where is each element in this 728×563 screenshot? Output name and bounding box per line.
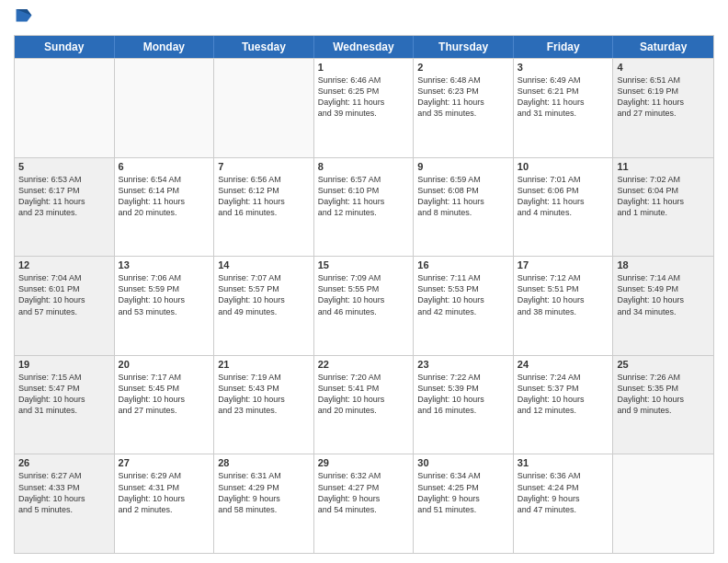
calendar-body: 1Sunrise: 6:46 AM Sunset: 6:25 PM Daylig… (15, 58, 713, 553)
day-info: Sunrise: 6:49 AM Sunset: 6:21 PM Dayligh… (518, 75, 609, 120)
logo-icon (16, 9, 32, 29)
day-number: 13 (119, 259, 210, 270)
day-info: Sunrise: 7:14 AM Sunset: 5:49 PM Dayligh… (617, 272, 710, 317)
day-info: Sunrise: 7:09 AM Sunset: 5:55 PM Dayligh… (318, 272, 410, 317)
header-day-friday: Friday (514, 36, 614, 58)
day-number: 26 (18, 457, 110, 468)
day-info: Sunrise: 6:51 AM Sunset: 6:19 PM Dayligh… (617, 75, 710, 120)
day-cell-8: 8Sunrise: 6:57 AM Sunset: 6:10 PM Daylig… (314, 158, 415, 257)
day-number: 14 (218, 259, 310, 270)
calendar-row-1: 1Sunrise: 6:46 AM Sunset: 6:25 PM Daylig… (15, 58, 713, 157)
day-number: 31 (518, 457, 609, 468)
day-cell-16: 16Sunrise: 7:11 AM Sunset: 5:53 PM Dayli… (414, 257, 514, 355)
day-number: 12 (18, 259, 110, 270)
calendar-row-3: 12Sunrise: 7:04 AM Sunset: 6:01 PM Dayli… (15, 256, 713, 355)
day-info: Sunrise: 6:56 AM Sunset: 6:12 PM Dayligh… (218, 174, 310, 219)
day-info: Sunrise: 6:54 AM Sunset: 6:14 PM Dayligh… (119, 174, 210, 219)
day-number: 4 (617, 62, 710, 73)
day-cell-3: 3Sunrise: 6:49 AM Sunset: 6:21 PM Daylig… (514, 59, 614, 157)
day-cell-2: 2Sunrise: 6:48 AM Sunset: 6:23 PM Daylig… (414, 59, 514, 157)
day-number: 7 (218, 161, 310, 172)
day-info: Sunrise: 6:31 AM Sunset: 4:29 PM Dayligh… (218, 470, 310, 515)
day-info: Sunrise: 7:24 AM Sunset: 5:37 PM Dayligh… (518, 372, 609, 417)
day-info: Sunrise: 7:17 AM Sunset: 5:45 PM Dayligh… (119, 372, 210, 417)
day-info: Sunrise: 6:57 AM Sunset: 6:10 PM Dayligh… (318, 174, 410, 219)
empty-cell (214, 59, 314, 157)
header-day-thursday: Thursday (414, 36, 514, 58)
day-cell-17: 17Sunrise: 7:12 AM Sunset: 5:51 PM Dayli… (514, 257, 614, 355)
day-cell-12: 12Sunrise: 7:04 AM Sunset: 6:01 PM Dayli… (15, 257, 115, 355)
day-cell-5: 5Sunrise: 6:53 AM Sunset: 6:17 PM Daylig… (15, 158, 115, 257)
day-cell-10: 10Sunrise: 7:01 AM Sunset: 6:06 PM Dayli… (514, 158, 614, 257)
day-info: Sunrise: 7:04 AM Sunset: 6:01 PM Dayligh… (18, 272, 110, 317)
day-info: Sunrise: 6:53 AM Sunset: 6:17 PM Dayligh… (18, 174, 110, 219)
day-cell-11: 11Sunrise: 7:02 AM Sunset: 6:04 PM Dayli… (613, 158, 713, 257)
day-info: Sunrise: 6:48 AM Sunset: 6:23 PM Dayligh… (417, 75, 509, 120)
day-number: 20 (119, 359, 210, 370)
calendar: SundayMondayTuesdayWednesdayThursdayFrid… (14, 35, 714, 554)
day-cell-7: 7Sunrise: 6:56 AM Sunset: 6:12 PM Daylig… (214, 158, 314, 257)
day-info: Sunrise: 7:22 AM Sunset: 5:39 PM Dayligh… (417, 372, 509, 417)
day-cell-30: 30Sunrise: 6:34 AM Sunset: 4:25 PM Dayli… (414, 454, 514, 553)
day-number: 17 (518, 259, 609, 270)
header (14, 9, 714, 29)
calendar-row-4: 19Sunrise: 7:15 AM Sunset: 5:47 PM Dayli… (15, 355, 713, 454)
header-day-monday: Monday (115, 36, 215, 58)
day-number: 18 (617, 259, 710, 270)
day-number: 16 (417, 259, 509, 270)
day-number: 8 (318, 161, 410, 172)
day-number: 6 (119, 161, 210, 172)
day-info: Sunrise: 6:34 AM Sunset: 4:25 PM Dayligh… (417, 470, 509, 515)
day-info: Sunrise: 7:01 AM Sunset: 6:06 PM Dayligh… (518, 174, 609, 219)
day-number: 1 (318, 62, 410, 73)
day-cell-6: 6Sunrise: 6:54 AM Sunset: 6:14 PM Daylig… (115, 158, 215, 257)
header-day-tuesday: Tuesday (214, 36, 314, 58)
header-day-saturday: Saturday (613, 36, 713, 58)
day-number: 9 (417, 161, 509, 172)
day-cell-1: 1Sunrise: 6:46 AM Sunset: 6:25 PM Daylig… (314, 59, 415, 157)
day-number: 10 (518, 161, 609, 172)
day-cell-31: 31Sunrise: 6:36 AM Sunset: 4:24 PM Dayli… (514, 454, 614, 553)
day-number: 30 (417, 457, 509, 468)
day-number: 21 (218, 359, 310, 370)
day-info: Sunrise: 7:26 AM Sunset: 5:35 PM Dayligh… (617, 372, 710, 417)
day-info: Sunrise: 7:11 AM Sunset: 5:53 PM Dayligh… (417, 272, 509, 317)
day-number: 5 (18, 161, 110, 172)
day-info: Sunrise: 6:27 AM Sunset: 4:33 PM Dayligh… (18, 470, 110, 515)
calendar-row-5: 26Sunrise: 6:27 AM Sunset: 4:33 PM Dayli… (15, 454, 713, 553)
day-info: Sunrise: 6:29 AM Sunset: 4:31 PM Dayligh… (119, 470, 210, 515)
day-cell-24: 24Sunrise: 7:24 AM Sunset: 5:37 PM Dayli… (514, 356, 614, 454)
day-number: 27 (119, 457, 210, 468)
header-day-sunday: Sunday (15, 36, 115, 58)
day-info: Sunrise: 7:07 AM Sunset: 5:57 PM Dayligh… (218, 272, 310, 317)
empty-cell (613, 454, 713, 553)
day-cell-26: 26Sunrise: 6:27 AM Sunset: 4:33 PM Dayli… (15, 454, 115, 553)
day-info: Sunrise: 7:20 AM Sunset: 5:41 PM Dayligh… (318, 372, 410, 417)
day-cell-9: 9Sunrise: 6:59 AM Sunset: 6:08 PM Daylig… (414, 158, 514, 257)
day-cell-25: 25Sunrise: 7:26 AM Sunset: 5:35 PM Dayli… (613, 356, 713, 454)
day-cell-18: 18Sunrise: 7:14 AM Sunset: 5:49 PM Dayli… (613, 257, 713, 355)
day-cell-20: 20Sunrise: 7:17 AM Sunset: 5:45 PM Dayli… (115, 356, 215, 454)
day-info: Sunrise: 6:59 AM Sunset: 6:08 PM Dayligh… (417, 174, 509, 219)
day-cell-19: 19Sunrise: 7:15 AM Sunset: 5:47 PM Dayli… (15, 356, 115, 454)
day-cell-21: 21Sunrise: 7:19 AM Sunset: 5:43 PM Dayli… (214, 356, 314, 454)
day-number: 22 (318, 359, 410, 370)
day-info: Sunrise: 7:06 AM Sunset: 5:59 PM Dayligh… (119, 272, 210, 317)
header-day-wednesday: Wednesday (314, 36, 415, 58)
day-number: 28 (218, 457, 310, 468)
day-cell-15: 15Sunrise: 7:09 AM Sunset: 5:55 PM Dayli… (314, 257, 415, 355)
day-number: 2 (417, 62, 509, 73)
day-info: Sunrise: 7:02 AM Sunset: 6:04 PM Dayligh… (617, 174, 710, 219)
day-number: 25 (617, 359, 710, 370)
empty-cell (115, 59, 215, 157)
day-number: 23 (417, 359, 509, 370)
day-number: 29 (318, 457, 410, 468)
day-cell-23: 23Sunrise: 7:22 AM Sunset: 5:39 PM Dayli… (414, 356, 514, 454)
day-cell-4: 4Sunrise: 6:51 AM Sunset: 6:19 PM Daylig… (613, 59, 713, 157)
day-cell-29: 29Sunrise: 6:32 AM Sunset: 4:27 PM Dayli… (314, 454, 415, 553)
day-info: Sunrise: 6:36 AM Sunset: 4:24 PM Dayligh… (518, 470, 609, 515)
day-info: Sunrise: 7:19 AM Sunset: 5:43 PM Dayligh… (218, 372, 310, 417)
empty-cell (15, 59, 115, 157)
day-info: Sunrise: 7:12 AM Sunset: 5:51 PM Dayligh… (518, 272, 609, 317)
day-info: Sunrise: 6:32 AM Sunset: 4:27 PM Dayligh… (318, 470, 410, 515)
